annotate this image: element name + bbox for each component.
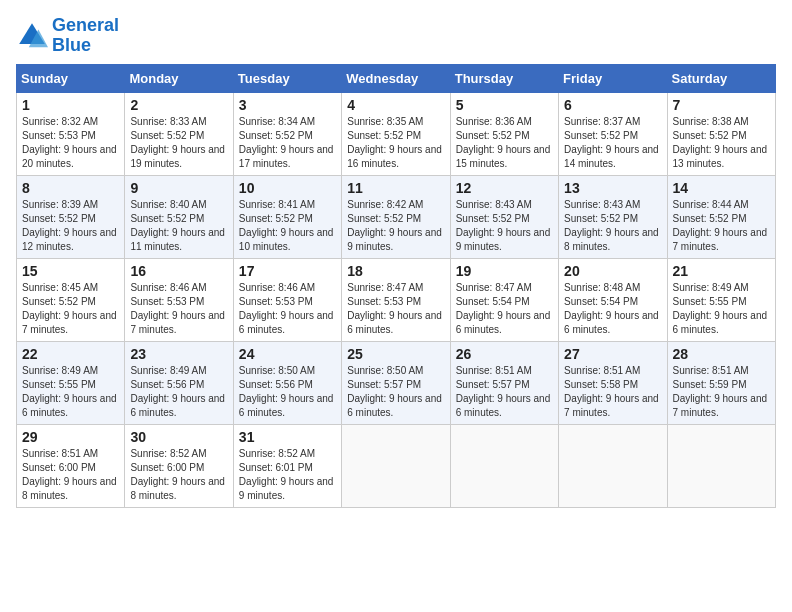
day-number: 19 bbox=[456, 263, 553, 279]
weekday-header-thursday: Thursday bbox=[450, 64, 558, 92]
day-info: Sunrise: 8:34 AMSunset: 5:52 PMDaylight:… bbox=[239, 116, 334, 169]
calendar-cell: 24 Sunrise: 8:50 AMSunset: 5:56 PMDaylig… bbox=[233, 341, 341, 424]
day-info: Sunrise: 8:45 AMSunset: 5:52 PMDaylight:… bbox=[22, 282, 117, 335]
day-number: 16 bbox=[130, 263, 227, 279]
day-number: 6 bbox=[564, 97, 661, 113]
day-info: Sunrise: 8:49 AMSunset: 5:56 PMDaylight:… bbox=[130, 365, 225, 418]
day-number: 10 bbox=[239, 180, 336, 196]
day-info: Sunrise: 8:52 AMSunset: 6:00 PMDaylight:… bbox=[130, 448, 225, 501]
day-info: Sunrise: 8:50 AMSunset: 5:57 PMDaylight:… bbox=[347, 365, 442, 418]
weekday-header-tuesday: Tuesday bbox=[233, 64, 341, 92]
calendar-cell: 5 Sunrise: 8:36 AMSunset: 5:52 PMDayligh… bbox=[450, 92, 558, 175]
day-number: 9 bbox=[130, 180, 227, 196]
day-number: 11 bbox=[347, 180, 444, 196]
day-number: 25 bbox=[347, 346, 444, 362]
calendar-cell: 14 Sunrise: 8:44 AMSunset: 5:52 PMDaylig… bbox=[667, 175, 775, 258]
day-info: Sunrise: 8:35 AMSunset: 5:52 PMDaylight:… bbox=[347, 116, 442, 169]
calendar-week-3: 15 Sunrise: 8:45 AMSunset: 5:52 PMDaylig… bbox=[17, 258, 776, 341]
day-info: Sunrise: 8:51 AMSunset: 5:59 PMDaylight:… bbox=[673, 365, 768, 418]
day-number: 23 bbox=[130, 346, 227, 362]
day-info: Sunrise: 8:32 AMSunset: 5:53 PMDaylight:… bbox=[22, 116, 117, 169]
calendar-cell bbox=[667, 424, 775, 507]
day-info: Sunrise: 8:42 AMSunset: 5:52 PMDaylight:… bbox=[347, 199, 442, 252]
day-info: Sunrise: 8:50 AMSunset: 5:56 PMDaylight:… bbox=[239, 365, 334, 418]
day-info: Sunrise: 8:41 AMSunset: 5:52 PMDaylight:… bbox=[239, 199, 334, 252]
calendar-cell: 7 Sunrise: 8:38 AMSunset: 5:52 PMDayligh… bbox=[667, 92, 775, 175]
logo-icon bbox=[16, 20, 48, 52]
calendar-week-1: 1 Sunrise: 8:32 AMSunset: 5:53 PMDayligh… bbox=[17, 92, 776, 175]
day-number: 1 bbox=[22, 97, 119, 113]
day-info: Sunrise: 8:52 AMSunset: 6:01 PMDaylight:… bbox=[239, 448, 334, 501]
weekday-header-monday: Monday bbox=[125, 64, 233, 92]
calendar-week-5: 29 Sunrise: 8:51 AMSunset: 6:00 PMDaylig… bbox=[17, 424, 776, 507]
calendar-week-4: 22 Sunrise: 8:49 AMSunset: 5:55 PMDaylig… bbox=[17, 341, 776, 424]
day-number: 21 bbox=[673, 263, 770, 279]
calendar-cell: 6 Sunrise: 8:37 AMSunset: 5:52 PMDayligh… bbox=[559, 92, 667, 175]
logo: General Blue bbox=[16, 16, 119, 56]
day-number: 15 bbox=[22, 263, 119, 279]
day-info: Sunrise: 8:36 AMSunset: 5:52 PMDaylight:… bbox=[456, 116, 551, 169]
day-number: 30 bbox=[130, 429, 227, 445]
weekday-header-wednesday: Wednesday bbox=[342, 64, 450, 92]
calendar-cell: 9 Sunrise: 8:40 AMSunset: 5:52 PMDayligh… bbox=[125, 175, 233, 258]
calendar-cell: 25 Sunrise: 8:50 AMSunset: 5:57 PMDaylig… bbox=[342, 341, 450, 424]
day-info: Sunrise: 8:49 AMSunset: 5:55 PMDaylight:… bbox=[673, 282, 768, 335]
day-number: 31 bbox=[239, 429, 336, 445]
calendar-cell: 12 Sunrise: 8:43 AMSunset: 5:52 PMDaylig… bbox=[450, 175, 558, 258]
day-info: Sunrise: 8:51 AMSunset: 6:00 PMDaylight:… bbox=[22, 448, 117, 501]
weekday-header-saturday: Saturday bbox=[667, 64, 775, 92]
calendar-table: SundayMondayTuesdayWednesdayThursdayFrid… bbox=[16, 64, 776, 508]
calendar-cell: 28 Sunrise: 8:51 AMSunset: 5:59 PMDaylig… bbox=[667, 341, 775, 424]
calendar-cell: 16 Sunrise: 8:46 AMSunset: 5:53 PMDaylig… bbox=[125, 258, 233, 341]
calendar-cell: 21 Sunrise: 8:49 AMSunset: 5:55 PMDaylig… bbox=[667, 258, 775, 341]
day-number: 8 bbox=[22, 180, 119, 196]
calendar-cell: 23 Sunrise: 8:49 AMSunset: 5:56 PMDaylig… bbox=[125, 341, 233, 424]
weekday-header-sunday: Sunday bbox=[17, 64, 125, 92]
day-number: 18 bbox=[347, 263, 444, 279]
calendar-cell bbox=[559, 424, 667, 507]
calendar-cell bbox=[450, 424, 558, 507]
day-number: 27 bbox=[564, 346, 661, 362]
calendar-cell: 22 Sunrise: 8:49 AMSunset: 5:55 PMDaylig… bbox=[17, 341, 125, 424]
day-number: 4 bbox=[347, 97, 444, 113]
day-info: Sunrise: 8:33 AMSunset: 5:52 PMDaylight:… bbox=[130, 116, 225, 169]
calendar-cell: 31 Sunrise: 8:52 AMSunset: 6:01 PMDaylig… bbox=[233, 424, 341, 507]
day-number: 29 bbox=[22, 429, 119, 445]
day-info: Sunrise: 8:39 AMSunset: 5:52 PMDaylight:… bbox=[22, 199, 117, 252]
calendar-cell: 30 Sunrise: 8:52 AMSunset: 6:00 PMDaylig… bbox=[125, 424, 233, 507]
weekday-header-friday: Friday bbox=[559, 64, 667, 92]
calendar-cell: 27 Sunrise: 8:51 AMSunset: 5:58 PMDaylig… bbox=[559, 341, 667, 424]
page-header: General Blue bbox=[16, 16, 776, 56]
calendar-week-2: 8 Sunrise: 8:39 AMSunset: 5:52 PMDayligh… bbox=[17, 175, 776, 258]
day-info: Sunrise: 8:44 AMSunset: 5:52 PMDaylight:… bbox=[673, 199, 768, 252]
calendar-cell: 10 Sunrise: 8:41 AMSunset: 5:52 PMDaylig… bbox=[233, 175, 341, 258]
logo-text: General Blue bbox=[52, 16, 119, 56]
day-info: Sunrise: 8:37 AMSunset: 5:52 PMDaylight:… bbox=[564, 116, 659, 169]
day-info: Sunrise: 8:43 AMSunset: 5:52 PMDaylight:… bbox=[456, 199, 551, 252]
calendar-cell: 4 Sunrise: 8:35 AMSunset: 5:52 PMDayligh… bbox=[342, 92, 450, 175]
day-number: 17 bbox=[239, 263, 336, 279]
day-number: 22 bbox=[22, 346, 119, 362]
day-number: 28 bbox=[673, 346, 770, 362]
day-info: Sunrise: 8:43 AMSunset: 5:52 PMDaylight:… bbox=[564, 199, 659, 252]
calendar-cell: 29 Sunrise: 8:51 AMSunset: 6:00 PMDaylig… bbox=[17, 424, 125, 507]
calendar-cell: 26 Sunrise: 8:51 AMSunset: 5:57 PMDaylig… bbox=[450, 341, 558, 424]
day-number: 14 bbox=[673, 180, 770, 196]
calendar-cell: 1 Sunrise: 8:32 AMSunset: 5:53 PMDayligh… bbox=[17, 92, 125, 175]
calendar-cell: 19 Sunrise: 8:47 AMSunset: 5:54 PMDaylig… bbox=[450, 258, 558, 341]
day-info: Sunrise: 8:46 AMSunset: 5:53 PMDaylight:… bbox=[130, 282, 225, 335]
day-number: 20 bbox=[564, 263, 661, 279]
day-number: 7 bbox=[673, 97, 770, 113]
calendar-cell: 18 Sunrise: 8:47 AMSunset: 5:53 PMDaylig… bbox=[342, 258, 450, 341]
day-number: 26 bbox=[456, 346, 553, 362]
day-number: 2 bbox=[130, 97, 227, 113]
day-info: Sunrise: 8:51 AMSunset: 5:58 PMDaylight:… bbox=[564, 365, 659, 418]
calendar-cell: 3 Sunrise: 8:34 AMSunset: 5:52 PMDayligh… bbox=[233, 92, 341, 175]
day-number: 12 bbox=[456, 180, 553, 196]
day-info: Sunrise: 8:49 AMSunset: 5:55 PMDaylight:… bbox=[22, 365, 117, 418]
day-number: 3 bbox=[239, 97, 336, 113]
calendar-cell: 2 Sunrise: 8:33 AMSunset: 5:52 PMDayligh… bbox=[125, 92, 233, 175]
calendar-cell bbox=[342, 424, 450, 507]
day-info: Sunrise: 8:38 AMSunset: 5:52 PMDaylight:… bbox=[673, 116, 768, 169]
day-info: Sunrise: 8:48 AMSunset: 5:54 PMDaylight:… bbox=[564, 282, 659, 335]
